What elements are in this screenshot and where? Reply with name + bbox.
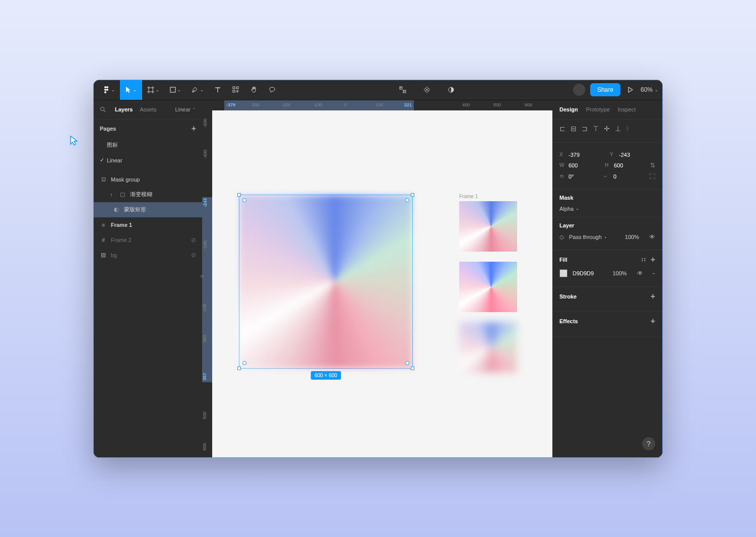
text-tool-button[interactable] <box>209 80 227 100</box>
resize-handle-nw[interactable] <box>237 193 241 197</box>
frame-tool-button[interactable]: ⌄ <box>142 80 164 100</box>
comment-icon <box>269 86 276 93</box>
layer-frame1[interactable]: ≡ Frame 1 <box>94 217 202 232</box>
fill-opacity[interactable]: 100% <box>612 270 626 276</box>
corner-radius-handle[interactable] <box>405 198 409 202</box>
share-button[interactable]: Share <box>590 83 620 96</box>
resize-handle-se[interactable] <box>411 367 414 370</box>
page-item[interactable]: 图标 <box>94 138 202 153</box>
align-controls: ⊏ ⊟ ⊐ ⊤ ✛ ⊥ ⦀ <box>559 125 655 137</box>
layers-tab[interactable]: Layers <box>115 106 133 112</box>
height-input[interactable]: H600 <box>605 162 645 168</box>
layer-mask-group[interactable]: ⊡ Mask group <box>94 172 202 187</box>
ruler-vertical: -243 357 -500 -400 -100 0 100 200 500 60… <box>202 110 212 457</box>
link-dims-icon[interactable]: ⇅ <box>650 162 655 169</box>
canvas[interactable]: 600 × 600 Frame 1 <box>212 110 552 457</box>
half-circle-icon: ◐ <box>113 206 120 213</box>
thumb-frame1[interactable] <box>459 201 517 252</box>
svg-rect-2 <box>104 89 106 91</box>
mask-section-title: Mask <box>559 195 655 201</box>
svg-rect-8 <box>233 90 235 92</box>
assets-tab[interactable]: Assets <box>140 106 156 112</box>
add-fill-button[interactable]: + <box>651 255 655 264</box>
fill-hex[interactable]: D9D9D9 <box>573 270 594 276</box>
component-button[interactable] <box>394 80 412 100</box>
move-tool-button[interactable]: ⌄ <box>120 80 142 100</box>
inspect-tab[interactable]: Inspect <box>618 106 636 112</box>
rect-icon: ▢ <box>119 191 126 198</box>
y-input[interactable]: Y-243 <box>610 152 655 158</box>
svg-rect-1 <box>106 86 108 88</box>
thumb-frame2[interactable] <box>459 262 517 312</box>
frame-label[interactable]: Frame 1 <box>459 194 478 199</box>
resources-icon <box>232 86 239 93</box>
hand-tool-button[interactable] <box>245 80 263 100</box>
pen-tool-button[interactable]: ⌄ <box>186 80 209 100</box>
mask-mode-dropdown[interactable]: Alpha⌄ <box>559 206 655 212</box>
zoom-control[interactable]: 60%⌄ <box>641 86 658 93</box>
layer-mask-rect[interactable]: ◐ 蒙版矩形 <box>94 202 202 217</box>
visibility-toggle[interactable]: 👁 <box>649 233 655 241</box>
ruler-corner <box>202 100 212 110</box>
shape-tool-button[interactable]: ⌄ <box>164 80 186 100</box>
add-stroke-button[interactable]: + <box>651 292 655 301</box>
search-icon[interactable] <box>100 106 108 112</box>
main-area: Layers Assets Linear⌃ Pages + 图标 ✓Linear… <box>94 100 662 457</box>
align-right-icon[interactable]: ⊐ <box>582 125 588 133</box>
blend-icon: ◇ <box>559 233 564 241</box>
fill-section-title: Fill ∷ + <box>559 255 655 264</box>
corner-radius-handle[interactable] <box>242 361 246 365</box>
layer-bg[interactable]: ▨ bg ⊘ <box>94 248 202 263</box>
add-page-button[interactable]: + <box>192 124 196 133</box>
layer-gradient-blur[interactable]: ↑ ▢ 渐变模糊 <box>94 187 202 202</box>
right-panel: Design Prototype Inspect ⊏ ⊟ ⊐ ⊤ ✛ ⊥ ⦀ X… <box>552 100 662 457</box>
user-avatar[interactable] <box>573 84 585 96</box>
distribute-icon: ⦀ <box>626 125 629 133</box>
hidden-icon[interactable]: ⊘ <box>191 252 196 259</box>
layer-opacity[interactable]: 100% <box>625 234 639 240</box>
component-icon <box>399 86 406 93</box>
hidden-icon[interactable]: ⊘ <box>191 236 196 244</box>
x-input[interactable]: X-379 <box>559 152 605 158</box>
resize-handle-sw[interactable] <box>237 367 241 370</box>
figma-logo-icon <box>103 86 110 93</box>
comment-tool-button[interactable] <box>263 80 281 100</box>
align-center-h-icon[interactable]: ⊟ <box>571 125 577 133</box>
page-filter[interactable]: Linear⌃ <box>175 106 196 112</box>
main-menu-button[interactable]: ⌄ <box>98 80 120 100</box>
mask-button[interactable] <box>418 80 436 100</box>
resources-button[interactable] <box>227 80 245 100</box>
align-top-icon[interactable]: ⊤ <box>593 125 599 133</box>
blend-mode-dropdown[interactable]: Pass through⌄ <box>569 234 607 240</box>
svg-point-11 <box>400 87 401 88</box>
corner-radius-handle[interactable] <box>405 361 409 365</box>
boolean-button[interactable] <box>442 80 460 100</box>
present-button[interactable] <box>625 80 636 100</box>
arrow-up-icon: ↑ <box>108 191 115 198</box>
corner-input[interactable]: ⌐0 <box>604 173 644 180</box>
align-center-v-icon[interactable]: ✛ <box>604 125 610 133</box>
width-input[interactable]: W600 <box>559 162 600 168</box>
remove-fill-button[interactable]: − <box>652 270 655 276</box>
page-item-current[interactable]: ✓Linear <box>94 153 202 168</box>
fill-visibility[interactable]: 👁 <box>637 270 643 277</box>
layer-frame2[interactable]: # Frame 2 ⊘ <box>94 232 202 248</box>
design-tab[interactable]: Design <box>559 106 578 112</box>
prototype-tab[interactable]: Prototype <box>586 106 610 112</box>
rotation-input[interactable]: ⟲0° <box>559 173 599 180</box>
corners-icon[interactable]: ⛶ <box>649 173 655 180</box>
align-bottom-icon[interactable]: ⊥ <box>615 125 621 133</box>
corner-radius-handle[interactable] <box>242 198 246 202</box>
align-left-icon[interactable]: ⊏ <box>559 125 565 133</box>
selected-artboard[interactable]: 600 × 600 <box>239 195 413 369</box>
thumb-frame3[interactable] <box>459 322 517 373</box>
add-effect-button[interactable]: + <box>651 317 655 326</box>
fill-swatch[interactable] <box>559 269 568 277</box>
resize-handle-ne[interactable] <box>411 193 414 197</box>
canvas-area[interactable]: -379 221 -300 -200 -100 0 100 400 500 60… <box>202 100 552 457</box>
help-button[interactable]: ? <box>642 437 655 450</box>
svg-rect-6 <box>233 87 235 89</box>
style-icon[interactable]: ∷ <box>642 256 646 263</box>
image-icon: ▨ <box>100 252 107 259</box>
svg-point-12 <box>404 91 405 92</box>
